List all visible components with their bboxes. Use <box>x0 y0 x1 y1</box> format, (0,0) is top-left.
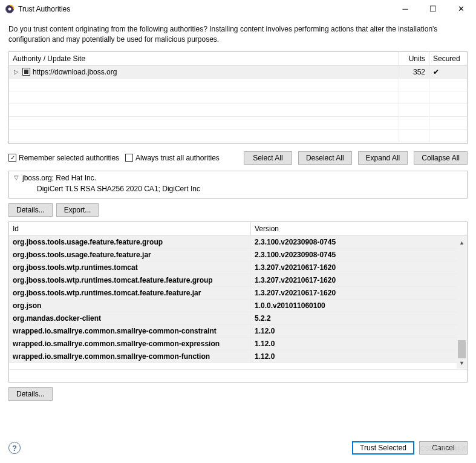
dialog-content: Do you trust content originating from th… <box>0 18 476 438</box>
checkbox-icon <box>8 154 16 162</box>
always-label: Always trust all authorities <box>135 154 220 162</box>
close-button[interactable]: ✕ <box>447 0 475 18</box>
authority-secured: ✔ <box>429 66 467 78</box>
cell-id: org.jboss.tools.wtp.runtimes.tomcat.feat… <box>9 274 251 286</box>
vertical-scrollbar[interactable]: ▲ ▼ <box>457 238 467 369</box>
scroll-down-icon[interactable]: ▼ <box>457 358 467 369</box>
table-row[interactable]: wrapped.io.smallrye.common.smallrye-comm… <box>9 338 467 350</box>
results-table-wrap: Id Version org.jboss.tools.usage.feature… <box>8 222 468 383</box>
table-row <box>9 117 467 130</box>
authority-url: https://download.jboss.org <box>33 68 117 76</box>
select-all-button[interactable]: Select All <box>244 151 292 165</box>
col-units[interactable]: Units <box>399 52 429 65</box>
table-row <box>9 104 467 117</box>
cell-id: org.jboss.tools.wtp.runtimes.tomcat <box>9 261 251 274</box>
certificate-panel: ▽ jboss.org; Red Hat Inc. DigiCert TLS R… <box>8 171 468 199</box>
table-row <box>9 130 467 142</box>
cell-version: 2.3.100.v20230908-0745 <box>251 236 467 248</box>
help-icon[interactable]: ? <box>8 442 21 454</box>
deselect-all-button[interactable]: Deselect All <box>298 151 352 165</box>
cert-issuer: DigiCert TLS RSA SHA256 2020 CA1; DigiCe… <box>13 185 463 193</box>
cell-id: wrapped.io.smallrye.common.smallrye-comm… <box>9 325 251 337</box>
results-buttons-row: Details... <box>8 387 468 401</box>
table-row[interactable]: org.jboss.tools.wtp.runtimes.tomcat.feat… <box>9 287 467 300</box>
table-row <box>9 79 467 91</box>
cell-version: 1.12.0 <box>251 350 467 363</box>
expand-icon[interactable]: ▷ <box>13 68 20 75</box>
table-row[interactable]: org.json1.0.0.v201011060100 <box>9 300 467 312</box>
results-header: Id Version <box>9 222 467 236</box>
expand-down-icon[interactable]: ▽ <box>13 174 20 181</box>
col-secured[interactable]: Secured <box>429 52 467 65</box>
title-bar: Trust Authorities ─ ☐ ✕ <box>0 0 476 18</box>
cell-version: 1.3.207.v20210617-1620 <box>251 274 467 286</box>
remember-label: Remember selected authorities <box>19 154 119 162</box>
export-button[interactable]: Export... <box>56 203 99 217</box>
window-buttons: ─ ☐ ✕ <box>391 0 475 18</box>
cell-id: org.jboss.tools.usage.feature.feature.ja… <box>9 249 251 261</box>
details-button[interactable]: Details... <box>8 203 53 217</box>
cert-org: jboss.org; Red Hat Inc. <box>22 174 96 182</box>
maximize-button[interactable]: ☐ <box>419 0 447 18</box>
scroll-track[interactable] <box>457 248 467 358</box>
results-footer-blank <box>9 369 467 382</box>
expand-all-button[interactable]: Expand All <box>358 151 408 165</box>
authority-table: Authority / Update Site Units Secured ▷ … <box>8 51 468 144</box>
results-table: Id Version org.jboss.tools.usage.feature… <box>9 222 467 382</box>
table-row[interactable]: org.jboss.tools.wtp.runtimes.tomcat1.3.2… <box>9 261 467 274</box>
remember-checkbox[interactable]: Remember selected authorities <box>8 154 119 162</box>
table-row[interactable]: wrapped.io.smallrye.common.smallrye-comm… <box>9 350 467 363</box>
collapse-all-button[interactable]: Collapse All <box>414 151 468 165</box>
table-row[interactable]: org.jboss.tools.wtp.runtimes.tomcat.feat… <box>9 274 467 287</box>
cell-id: wrapped.io.smallrye.common.smallrye-comm… <box>9 338 251 350</box>
checkbox-icon <box>125 154 133 162</box>
scroll-thumb[interactable] <box>458 340 466 358</box>
col-version[interactable]: Version <box>251 222 467 235</box>
intro-text: Do you trust content originating from th… <box>8 24 468 45</box>
authority-row[interactable]: ▷ https://download.jboss.org 352 ✔ <box>9 66 467 79</box>
cell-version: 1.3.207.v20210617-1620 <box>251 261 467 274</box>
cert-buttons-row: Details... Export... <box>8 203 468 217</box>
details2-button[interactable]: Details... <box>8 387 53 401</box>
authority-checkbox[interactable] <box>22 68 30 76</box>
table-row <box>9 91 467 104</box>
cell-id: wrapped.io.smallrye.common.smallrye-comm… <box>9 350 251 363</box>
results-body: org.jboss.tools.usage.feature.feature.gr… <box>9 236 467 369</box>
authority-table-body: ▷ https://download.jboss.org 352 ✔ <box>9 66 467 143</box>
cell-version: 1.0.0.v201011060100 <box>251 300 467 312</box>
authority-units: 352 <box>399 66 429 78</box>
table-row[interactable]: org.mandas.docker-client5.2.2 <box>9 312 467 325</box>
cell-version: 2.3.100.v20230908-0745 <box>251 249 467 261</box>
cell-version: 1.3.207.v20210617-1620 <box>251 287 467 299</box>
window-title: Trust Authorities <box>18 5 391 13</box>
cell-id: org.mandas.docker-client <box>9 312 251 324</box>
always-trust-checkbox[interactable]: Always trust all authorities <box>125 154 220 162</box>
cell-version: 1.12.0 <box>251 338 467 350</box>
cancel-button[interactable]: Cancel <box>419 441 468 455</box>
cert-line-1[interactable]: ▽ jboss.org; Red Hat Inc. <box>13 174 463 182</box>
cell-version: 5.2.2 <box>251 312 467 324</box>
cell-id: org.json <box>9 300 251 312</box>
cell-version: 1.12.0 <box>251 325 467 337</box>
table-row[interactable]: wrapped.io.smallrye.common.smallrye-comm… <box>9 325 467 338</box>
svg-point-1 <box>8 7 11 10</box>
minimize-button[interactable]: ─ <box>391 0 419 18</box>
dialog-footer: ? Trust Selected Cancel <box>0 438 476 463</box>
cell-id: org.jboss.tools.wtp.runtimes.tomcat.feat… <box>9 287 251 299</box>
scroll-up-icon[interactable]: ▲ <box>457 238 467 248</box>
col-id[interactable]: Id <box>9 222 251 235</box>
table-row[interactable]: org.jboss.tools.usage.feature.feature.ja… <box>9 249 467 261</box>
cell-id: org.jboss.tools.usage.feature.feature.gr… <box>9 236 251 248</box>
col-authority[interactable]: Authority / Update Site <box>9 52 399 65</box>
app-icon <box>5 4 15 14</box>
table-row[interactable]: org.jboss.tools.usage.feature.feature.gr… <box>9 236 467 249</box>
authority-table-header: Authority / Update Site Units Secured <box>9 52 467 66</box>
trust-selected-button[interactable]: Trust Selected <box>352 441 414 455</box>
options-row: Remember selected authorities Always tru… <box>8 151 468 165</box>
